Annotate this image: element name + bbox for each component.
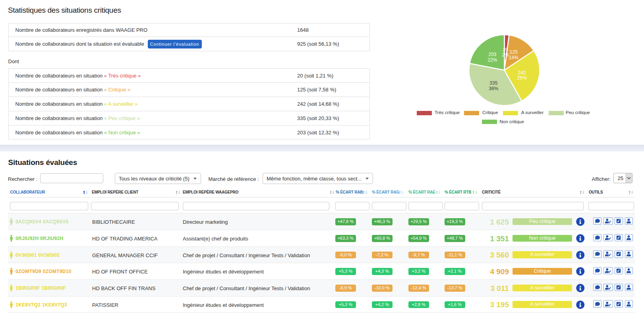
svg-text:335: 335 [489,80,497,86]
svg-text:20: 20 [503,47,508,52]
svg-text:26%: 26% [517,75,527,81]
svg-text:36%: 36% [489,86,498,91]
svg-text:203: 203 [488,52,496,57]
svg-text:2%: 2% [502,52,509,58]
svg-text:22%: 22% [487,57,497,63]
svg-text:125: 125 [510,49,518,55]
svg-text:242: 242 [518,70,526,76]
svg-text:14%: 14% [509,55,518,60]
